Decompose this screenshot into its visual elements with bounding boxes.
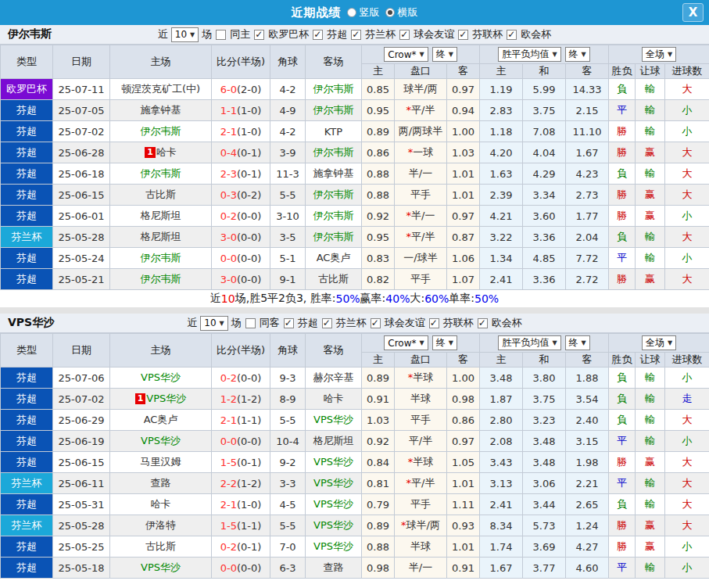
- league-checkbox[interactable]: [351, 30, 361, 40]
- result-handicap: 輸: [636, 227, 665, 248]
- match-count-select[interactable]: 10▼: [200, 316, 227, 331]
- odds-source-select[interactable]: Crow*▼: [384, 335, 428, 350]
- match-score: 2-1(1-0): [212, 121, 270, 142]
- match-count-select[interactable]: 10▼: [171, 27, 199, 42]
- match-score: 2-3(0-1): [212, 163, 270, 185]
- away-team: 伊尔韦斯: [306, 142, 362, 163]
- home-team-name: 顿涅茨克矿工(中): [121, 83, 200, 95]
- avg-time-select[interactable]: 终▼: [565, 335, 590, 350]
- league-checkbox[interactable]: [284, 318, 294, 328]
- result-handicap: 赢: [636, 452, 665, 473]
- away-team-name: 施拿钟基: [313, 167, 354, 179]
- corners: 10-4: [270, 431, 306, 452]
- league-checkbox[interactable]: [313, 30, 323, 40]
- column-header: 客场: [306, 334, 362, 368]
- result-wdl: 平: [609, 100, 636, 121]
- league-checkbox[interactable]: [322, 318, 332, 328]
- match-row: 芬超25-06-15古比斯0-3(0-2)5-5伊尔韦斯0.88平手1.012.…: [1, 185, 709, 206]
- away-team: VPS华沙: [306, 473, 362, 494]
- away-team: 哈卡: [306, 389, 362, 410]
- league-badge: 芬超: [1, 142, 53, 163]
- halftime-score: (2-0): [237, 84, 261, 95]
- odds-time-select[interactable]: 终▼: [432, 47, 457, 62]
- handicap-value: 平手: [410, 414, 431, 425]
- match-row: 芬超25-06-19VPS华沙0-0(0-0)10-4格尼斯坦0.92平/半0.…: [1, 431, 709, 452]
- avg-lose: 14.33: [566, 79, 609, 100]
- result-handicap: 輸: [636, 389, 665, 410]
- corners: 3-5: [270, 227, 306, 248]
- corners: 4-2: [270, 121, 306, 142]
- column-header: 日期: [53, 334, 110, 368]
- avg-draw: 3.69: [523, 536, 566, 558]
- avg-draw: 5.73: [523, 515, 566, 536]
- scope-group-header: 全场▼: [609, 334, 709, 353]
- column-header: 比分(半场): [212, 334, 270, 368]
- league-checkbox-label: 芬联杯: [471, 27, 503, 41]
- league-checkbox[interactable]: [507, 30, 517, 40]
- result-wdl: 勝: [609, 536, 636, 558]
- layout-option-horizontal[interactable]: 横版: [385, 5, 418, 20]
- odds-group-header: Crow*▼终▼: [362, 45, 480, 64]
- league-checkbox[interactable]: [429, 318, 439, 328]
- result-handicap: 赢: [636, 515, 665, 536]
- avg-selects: 胜平负均值▼终▼: [480, 47, 608, 62]
- odds-away: 0.97: [447, 206, 480, 227]
- handicap: 一/球半: [395, 248, 447, 269]
- home-team: 格尼斯坦: [110, 227, 212, 248]
- avg-win: 1.34: [480, 248, 523, 269]
- league-badge: 芬超: [1, 248, 53, 269]
- match-date: 25-07-02: [53, 121, 110, 142]
- corners: 6-3: [270, 558, 306, 579]
- league-checkbox[interactable]: [458, 30, 468, 40]
- away-team-name: 伊尔韦斯: [313, 104, 354, 116]
- odds-time-select[interactable]: 终▼: [432, 335, 457, 350]
- summary-segment: 50%: [474, 292, 499, 305]
- summary-segment: 赢率:: [360, 292, 386, 306]
- odds-source-select[interactable]: Crow*▼: [384, 47, 428, 62]
- corners: 4-5: [270, 494, 306, 515]
- odds-away: 0.97: [447, 431, 480, 452]
- avg-type-select[interactable]: 胜平负均值▼: [498, 335, 560, 350]
- handicap-value: 半球: [410, 540, 431, 552]
- fulltime-score: 0-0: [220, 562, 237, 574]
- odds-home: 0.89: [362, 121, 395, 142]
- scope-select[interactable]: 全场▼: [642, 335, 676, 350]
- handicap-value: 平手: [410, 188, 431, 200]
- league-checkbox[interactable]: [254, 30, 264, 40]
- avg-type-select[interactable]: 胜平负均值▼: [498, 47, 560, 62]
- layout-option-vertical[interactable]: 竖版: [347, 5, 380, 20]
- result-handicap: 輸: [636, 79, 665, 100]
- avg-draw: 4.85: [523, 248, 566, 269]
- halftime-score: (1-0): [237, 105, 261, 117]
- handicap: 半/一: [395, 558, 447, 579]
- avg-win: 3.43: [480, 452, 523, 473]
- league-checkbox[interactable]: [371, 318, 381, 328]
- fulltime-score: 6-0: [220, 84, 237, 95]
- sub-column-header: 进球数: [665, 353, 709, 368]
- odds-away: 1.00: [447, 368, 480, 389]
- close-button[interactable]: X: [682, 3, 704, 22]
- halftime-score: (1-1): [237, 414, 261, 426]
- home-team-name: 伊尔韦斯: [141, 273, 181, 285]
- same-venue-checkbox[interactable]: [245, 318, 256, 328]
- halftime-score: (0-0): [237, 231, 261, 243]
- avg-draw: 3.48: [523, 452, 566, 473]
- avg-time-select[interactable]: 终▼: [565, 47, 590, 62]
- same-venue-checkbox[interactable]: [216, 30, 226, 40]
- match-date: 25-05-18: [53, 558, 110, 579]
- home-team-name: AC奥卢: [144, 414, 178, 425]
- away-team-name: 古比斯: [318, 273, 349, 285]
- dropdown-arrow-icon: ▼: [582, 51, 586, 58]
- odds-home: 0.81: [362, 473, 395, 494]
- odds-selects: Crow*▼终▼: [362, 335, 479, 350]
- match-row: 芬超25-05-21伊尔韦斯3-0(0-0)9-1古比斯0.82平手1.072.…: [1, 269, 709, 290]
- scope-select[interactable]: 全场▼: [642, 47, 676, 62]
- odds-home: 0.92: [362, 206, 395, 227]
- league-checkbox[interactable]: [399, 30, 410, 40]
- layout-horizontal-label: 横版: [398, 5, 418, 20]
- corners: 3-9: [270, 142, 306, 163]
- odds-home: 0.84: [362, 452, 395, 473]
- odds-home: 0.88: [362, 163, 395, 185]
- league-checkbox[interactable]: [478, 318, 488, 328]
- fulltime-score: 0-3: [220, 189, 237, 201]
